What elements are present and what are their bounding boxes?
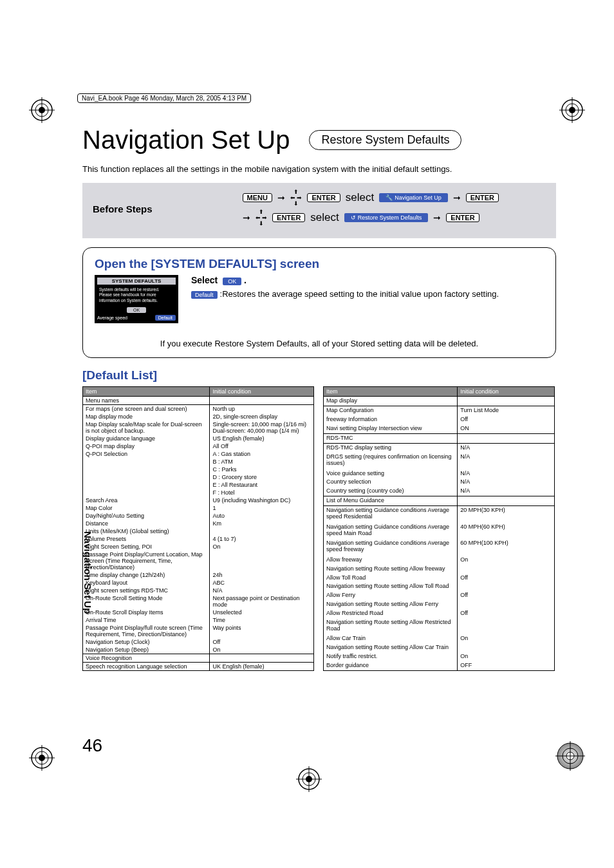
crop-mark-tr: [559, 97, 585, 123]
table-row: Menu names: [83, 397, 314, 405]
enter-button[interactable]: ENTER: [307, 193, 340, 202]
open-title: Open the [SYSTEM DEFAULTS] screen: [95, 257, 544, 271]
table-row: Map display mode2D, single-screen displa…: [83, 413, 314, 420]
table-row: Navigation setting Route setting Allow C…: [324, 643, 555, 652]
table-row: Map display: [324, 397, 555, 406]
page-title: Navigation Set Up: [82, 126, 290, 155]
enter-button[interactable]: ENTER: [466, 193, 499, 202]
table-row: Navigation setting Guidance conditions A…: [324, 539, 555, 555]
open-box: Open the [SYSTEM DEFAULTS] screen SYSTEM…: [82, 247, 556, 358]
default-chip[interactable]: Default: [191, 291, 218, 299]
table-row: Navigation setting Guidance conditions A…: [324, 523, 555, 539]
table-row: For maps (one screen and dual screen)Nor…: [83, 405, 314, 413]
table-row: On-Route Scroll Setting ModeNext passage…: [83, 594, 314, 609]
table-row: List of Menu Guidance: [324, 496, 555, 506]
table-row: Notify traffic restrict.On: [324, 652, 555, 661]
table-row: Volume Presets4 (1 to 7): [83, 535, 314, 543]
arrow-icon: ➞: [453, 193, 461, 203]
table-row: Allow Car TrainOn: [324, 634, 555, 643]
table-row: Map Color1: [83, 504, 314, 512]
sub-title: Restore System Defaults: [309, 130, 461, 150]
arrow-icon: ➞: [277, 193, 285, 203]
restore-chip[interactable]: ↺ Restore System Defaults: [344, 213, 429, 222]
arrow-icon: ➞: [243, 212, 250, 223]
table-row: Allow Restricted RoadOff: [324, 609, 555, 618]
table-row: Voice Recognition: [83, 654, 314, 663]
nav-setup-chip[interactable]: 🔧 Navigation Set Up: [379, 193, 448, 202]
table-row: Allow FerryOff: [324, 591, 555, 600]
before-steps-box: Before Steps MENU ➞ ⬆⬅ ➡⬇ ENTER select 🔧…: [82, 183, 556, 238]
table-row: E : All Restaurant: [83, 481, 314, 489]
table-row: Time display change (12h/24h)24h: [83, 571, 314, 579]
before-steps-label: Before Steps: [93, 203, 153, 214]
enter-button[interactable]: ENTER: [446, 213, 479, 222]
nav-cross-icon: ⬆⬅ ➡⬇: [290, 189, 302, 207]
system-defaults-screenshot: SYSTEM DEFAULTS System defaults will be …: [95, 275, 178, 323]
table-row: Passage Point Display/full route screen …: [83, 624, 314, 638]
table-row: Display guidance languageUS English (fem…: [83, 435, 314, 442]
table-row: Passage Point Display/Current Location, …: [83, 551, 314, 571]
table-row: Navigation Setup (Clock)Off: [83, 638, 314, 646]
table-row: Country setting (country code)N/A: [324, 487, 555, 496]
crop-mark-br: [555, 741, 585, 771]
table-row: Navi setting Display Intersection viewON: [324, 424, 555, 433]
page-number: 46: [82, 735, 102, 756]
flow-row-2: ➞ ⬆⬅ ➡⬇ ENTER select ↺ Restore System De…: [243, 209, 546, 227]
table-row: D : Grocery store: [83, 473, 314, 481]
default-list-table-1: ItemInitial condition Menu namesFor maps…: [82, 386, 314, 671]
menu-button[interactable]: MENU: [243, 193, 272, 202]
default-list-title: [Default List]: [82, 368, 556, 382]
table-row: freeway InformationOff: [324, 415, 555, 424]
table-row: B : ATM: [83, 458, 314, 466]
table-row: Units (Miles/KM) (Global setting): [83, 527, 314, 535]
arrow-icon: ➞: [433, 212, 441, 223]
table-row: Right Screen Setting, POIOn: [83, 543, 314, 551]
select-line: Select OK .: [191, 275, 544, 285]
table-row: Speech recognition Language selectionUK …: [83, 663, 314, 671]
nav-cross-icon: ⬆⬅ ➡⬇: [256, 209, 268, 227]
enter-button[interactable]: ENTER: [272, 213, 305, 222]
table-row: Navigation Setup (Beep)On: [83, 646, 314, 654]
table-row: Allow Toll RoadOff: [324, 574, 555, 583]
header-info: Navi_EA.book Page 46 Monday, March 28, 2…: [77, 93, 251, 103]
ok-button[interactable]: OK: [127, 307, 146, 313]
table-row: Q-POI map displayAll Off: [83, 442, 314, 450]
table-row: Navigation setting Route setting Allow R…: [324, 618, 555, 634]
select-label: select: [346, 191, 374, 204]
table-row: Arrival TimeTime: [83, 616, 314, 624]
table-row: Navigation setting Route setting Allow T…: [324, 582, 555, 591]
select-label: select: [310, 211, 339, 224]
average-speed-label: Average speed: [97, 316, 127, 320]
table-row: Voice guidance settingN/A: [324, 469, 555, 478]
ok-chip[interactable]: OK: [223, 278, 241, 285]
table-row: Allow freewayOn: [324, 556, 555, 565]
table-row: RDS-TMC display settingN/A: [324, 444, 555, 453]
table-row: Keyboard layoutABC: [83, 579, 314, 587]
table-row: Right screen settings RDS-TMCN/A: [83, 587, 314, 594]
flow-row-1: MENU ➞ ⬆⬅ ➡⬇ ENTER select 🔧 Navigation S…: [243, 189, 546, 207]
table-row: Search AreaU9 (including Washington DC): [83, 496, 314, 504]
table-row: Border guidanceOFF: [324, 661, 555, 671]
table-row: Navigation setting Route setting Allow F…: [324, 600, 555, 609]
warning-text: If you execute Restore System Defaults, …: [95, 339, 544, 348]
crop-mark-tl: [29, 97, 55, 123]
table-row: F : Hotel: [83, 489, 314, 496]
default-list-table-2: ItemInitial condition Map displayMap Con…: [323, 386, 555, 671]
table-row: Navigation setting Route setting Allow f…: [324, 565, 555, 574]
table-row: Navigation setting Guidance conditions A…: [324, 506, 555, 523]
table-row: C : Parks: [83, 466, 314, 473]
side-tab: Navigation Set Up: [82, 531, 93, 614]
intro-text: This function replaces all the settings …: [82, 164, 556, 175]
table-row: Map ConfigurationTurn List Mode: [324, 406, 555, 415]
default-button[interactable]: Default: [155, 315, 176, 321]
table-row: On-Route Scroll Display ItemsUnselected: [83, 609, 314, 616]
table-row: RDS-TMC: [324, 434, 555, 444]
table-row: Day/Night/Auto SettingAuto: [83, 512, 314, 520]
table-row: DistanceKm: [83, 520, 314, 527]
table-row: Map Display scale/Map scale for Dual-scr…: [83, 420, 314, 435]
table-row: Q-POI SelectionA : Gas station: [83, 450, 314, 458]
table-row: DRGS setting (requires confirmation on l…: [324, 453, 555, 469]
crop-mark-bl: [29, 745, 55, 771]
crop-mark-tc: [296, 766, 322, 792]
table-row: Country selectionN/A: [324, 478, 555, 487]
